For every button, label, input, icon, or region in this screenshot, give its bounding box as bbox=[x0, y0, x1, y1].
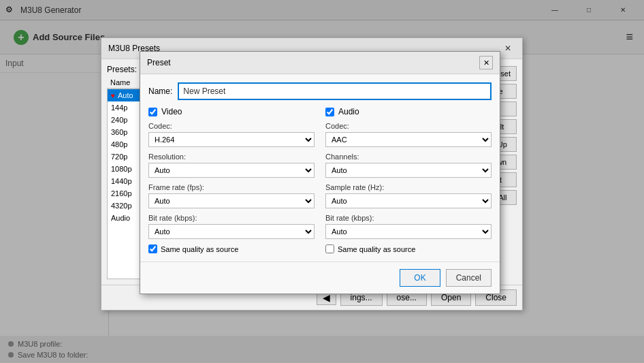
cancel-button[interactable]: Cancel bbox=[446, 269, 492, 287]
video-codec-row: Codec: H.264 H.265 VP9 Auto bbox=[148, 122, 315, 147]
two-cols: Video Codec: H.264 H.265 VP9 Auto Resolu… bbox=[148, 107, 492, 253]
video-same-quality-checkbox[interactable] bbox=[148, 244, 157, 253]
audio-channels-select[interactable]: Auto 1 2 bbox=[325, 163, 492, 178]
item-label: 480p bbox=[111, 140, 127, 148]
video-bitrate-row: Bit rate (kbps): Auto bbox=[148, 214, 315, 239]
audio-same-quality-checkbox[interactable] bbox=[325, 244, 334, 253]
audio-samplerate-label: Sample rate (Hz): bbox=[325, 183, 492, 191]
item-label: 240p bbox=[111, 116, 127, 124]
preset-body: Name: Video Codec: H.264 H.265 VP9 Auto bbox=[140, 74, 500, 262]
item-label: 360p bbox=[111, 128, 127, 136]
item-label: 144p bbox=[111, 104, 127, 112]
video-codec-select[interactable]: H.264 H.265 VP9 Auto bbox=[148, 132, 315, 147]
video-resolution-row: Resolution: Auto 144p 240p bbox=[148, 153, 315, 178]
video-codec-label: Codec: bbox=[148, 122, 315, 130]
video-same-quality-row: Same quality as source bbox=[148, 244, 315, 253]
audio-bitrate-row: Bit rate (kbps): Auto bbox=[325, 214, 492, 239]
item-label: 1080p bbox=[111, 165, 132, 173]
presets-dialog-close[interactable]: ✕ bbox=[500, 42, 515, 54]
preset-close-x-button[interactable]: ✕ bbox=[479, 56, 493, 69]
preset-dialog-title: Preset bbox=[147, 58, 479, 67]
item-label: 1440p bbox=[111, 177, 132, 185]
preset-dialog: Preset ✕ Name: Video Codec: H.264 H.265 bbox=[140, 51, 500, 294]
audio-channels-label: Channels: bbox=[325, 153, 492, 161]
name-input[interactable] bbox=[178, 82, 492, 100]
video-section-header: Video bbox=[148, 107, 315, 116]
video-resolution-select[interactable]: Auto 144p 240p bbox=[148, 163, 315, 178]
audio-column: Audio Codec: AAC MP3 Auto Channels: Auto… bbox=[325, 107, 492, 253]
item-label: 2160p bbox=[111, 189, 132, 198]
heart-icon: ♥ bbox=[111, 92, 115, 99]
video-bitrate-select[interactable]: Auto bbox=[148, 224, 315, 239]
name-row: Name: bbox=[148, 82, 492, 100]
audio-codec-row: Codec: AAC MP3 Auto bbox=[325, 122, 492, 147]
item-label: Audio bbox=[111, 214, 130, 222]
preset-footer: OK Cancel bbox=[140, 262, 500, 294]
item-label: Auto bbox=[118, 91, 133, 99]
name-label: Name: bbox=[148, 86, 172, 96]
audio-label: Audio bbox=[338, 107, 359, 116]
video-framerate-row: Frame rate (fps): Auto 24 30 bbox=[148, 183, 315, 208]
audio-same-quality-row: Same quality as source bbox=[325, 244, 492, 253]
audio-samplerate-select[interactable]: Auto bbox=[325, 193, 492, 208]
audio-samplerate-row: Sample rate (Hz): Auto bbox=[325, 183, 492, 208]
ok-button[interactable]: OK bbox=[400, 269, 440, 287]
video-column: Video Codec: H.264 H.265 VP9 Auto Resolu… bbox=[148, 107, 315, 253]
video-framerate-select[interactable]: Auto 24 30 bbox=[148, 193, 315, 208]
audio-section-header: Audio bbox=[325, 107, 492, 116]
video-bitrate-label: Bit rate (kbps): bbox=[148, 214, 315, 222]
video-label: Video bbox=[161, 107, 182, 116]
preset-titlebar: Preset ✕ bbox=[140, 52, 500, 74]
audio-codec-select[interactable]: AAC MP3 Auto bbox=[325, 132, 492, 147]
video-same-quality-label: Same quality as source bbox=[161, 245, 238, 253]
audio-bitrate-select[interactable]: Auto bbox=[325, 224, 492, 239]
audio-channels-row: Channels: Auto 1 2 bbox=[325, 153, 492, 178]
video-resolution-label: Resolution: bbox=[148, 153, 315, 161]
audio-checkbox[interactable] bbox=[325, 108, 334, 116]
audio-codec-label: Codec: bbox=[325, 122, 492, 130]
video-checkbox[interactable] bbox=[148, 108, 157, 116]
video-framerate-label: Frame rate (fps): bbox=[148, 183, 315, 191]
item-label: 720p bbox=[111, 153, 127, 161]
item-label: 4320p bbox=[111, 202, 132, 210]
audio-same-quality-label: Same quality as source bbox=[338, 245, 415, 253]
audio-bitrate-label: Bit rate (kbps): bbox=[325, 214, 492, 222]
